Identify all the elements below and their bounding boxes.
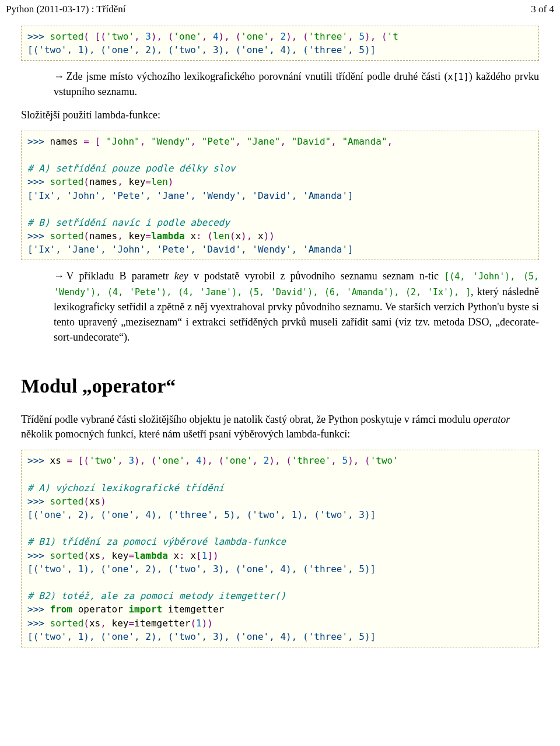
page-header: Python (2011-03-17) : Třídění 3 of 4 [5, 3, 555, 15]
note-2: →V příkladu B parametr key v podstatě vy… [54, 268, 539, 344]
para2c: několik pomocných funkcí, které nám ušet… [21, 428, 350, 440]
code-block-1: >>> sorted( [('two', 3), ('one', 4), ('o… [21, 26, 539, 61]
para2a: Třídění podle vybrané části složitějšího… [21, 414, 473, 425]
note2-s1a: V příkladu B parametr [66, 270, 174, 282]
section-heading-operator: Modul „operator“ [21, 375, 539, 397]
page-number: 3 of 4 [531, 3, 554, 15]
arrow-icon: → [54, 69, 66, 84]
code-block-2: >>> names = [ "John", "Wendy", "Pete", "… [21, 131, 539, 261]
para-lambda-intro: Složitější použití lambda-funkce: [21, 108, 539, 122]
code-block-3: >>> xs = [('two', 3), ('one', 4), ('one'… [21, 450, 539, 647]
note2-key-italic: key [174, 270, 188, 282]
para2b-italic: operator [473, 414, 510, 425]
arrow-icon: → [54, 268, 66, 283]
note1-pre: Zde jsme místo výchozího lexikografickéh… [66, 71, 448, 82]
note1-code: x[1] [448, 72, 469, 82]
doc-title: Python (2011-03-17) : Třídění [6, 3, 125, 15]
note2-s1c: v podstatě vyrobil z původního seznamu s… [188, 270, 444, 282]
note-1: →Zde jsme místo výchozího lexikografické… [54, 69, 539, 99]
para-operator: Třídění podle vybrané části složitějšího… [21, 412, 539, 442]
